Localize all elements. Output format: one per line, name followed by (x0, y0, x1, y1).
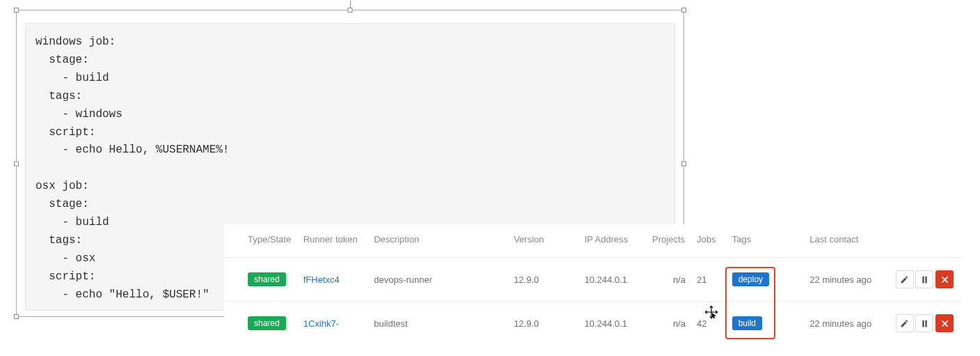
runner-projects: n/a (647, 258, 691, 302)
col-token-header: Runner token (298, 224, 368, 258)
pause-icon (920, 275, 929, 284)
runner-jobs: 42 (691, 302, 727, 346)
close-icon (940, 275, 949, 284)
pause-icon (920, 319, 929, 328)
col-type-header: Type/State (224, 224, 298, 258)
close-icon (940, 319, 949, 328)
runners-table: Type/State Runner token Description Vers… (224, 224, 962, 345)
pencil-icon (900, 319, 909, 328)
pause-button[interactable] (915, 270, 933, 288)
edit-button[interactable] (896, 270, 914, 288)
tag-badge: build (732, 316, 762, 330)
table-row: shared 1Cxihk7- buildtest 12.9.0 10.244.… (224, 302, 962, 346)
resize-handle-tl[interactable] (14, 8, 19, 13)
pencil-icon (900, 275, 909, 284)
runner-jobs: 21 (691, 258, 727, 302)
runner-token-link[interactable]: 1Cxihk7- (303, 318, 339, 329)
resize-handle-tc[interactable] (348, 8, 353, 13)
resize-handle-ml[interactable] (14, 161, 19, 166)
state-badge: shared (248, 316, 286, 330)
remove-button[interactable] (935, 270, 954, 288)
tag-badge: deploy (732, 272, 769, 286)
col-contact-header: Last contact (804, 224, 889, 258)
col-actions-header (889, 224, 962, 258)
runner-last-contact: 22 minutes ago (804, 258, 889, 302)
col-desc-header: Description (368, 224, 508, 258)
runner-desc: devops-runner (368, 258, 508, 302)
runner-version: 12.9.0 (508, 302, 578, 346)
runner-projects: n/a (647, 302, 691, 346)
runner-version: 12.9.0 (508, 258, 578, 302)
col-version-header: Version (508, 224, 578, 258)
table-row: shared fFHetxc4 devops-runner 12.9.0 10.… (224, 258, 962, 302)
resize-handle-mr[interactable] (681, 161, 686, 166)
pause-button[interactable] (915, 314, 933, 332)
state-badge: shared (248, 272, 286, 286)
remove-button[interactable] (935, 314, 954, 332)
runner-token-link[interactable]: fFHetxc4 (303, 274, 340, 285)
col-ip-header: IP Address (579, 224, 647, 258)
col-projects-header: Projects (647, 224, 691, 258)
table-header-row: Type/State Runner token Description Vers… (224, 224, 962, 258)
col-jobs-header: Jobs (691, 224, 727, 258)
resize-handle-tr[interactable] (681, 8, 686, 13)
col-tags-header: Tags (727, 224, 805, 258)
edit-button[interactable] (896, 314, 914, 332)
resize-handle-bl[interactable] (14, 314, 19, 319)
runner-desc: buildtest (368, 302, 508, 346)
runner-last-contact: 22 minutes ago (804, 302, 889, 346)
runner-ip: 10.244.0.1 (579, 302, 647, 346)
runner-ip: 10.244.0.1 (579, 258, 647, 302)
